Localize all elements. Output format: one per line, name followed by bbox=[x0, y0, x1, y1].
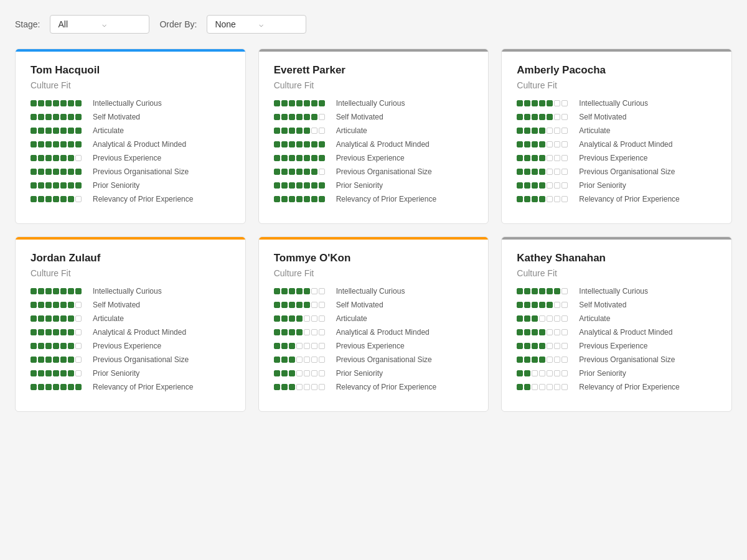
card-kathey-shanahan[interactable]: Kathey ShanahanCulture FitIntellectually… bbox=[501, 236, 732, 412]
bar-segment bbox=[45, 128, 52, 134]
bar-segment bbox=[517, 114, 523, 120]
bar-segment bbox=[524, 128, 530, 134]
bar-segment bbox=[60, 155, 67, 161]
bar-segment bbox=[311, 302, 317, 308]
bar-segment bbox=[319, 357, 325, 363]
bar-segment bbox=[53, 128, 59, 134]
bar-segment bbox=[274, 370, 280, 376]
bar-track bbox=[517, 182, 573, 189]
bar-segment bbox=[547, 343, 553, 349]
bar-track bbox=[31, 357, 87, 363]
bar-segment bbox=[31, 357, 37, 363]
toolbar: Stage: All ⌵ Order By: None ⌵ bbox=[15, 15, 732, 34]
order-by-select[interactable]: None ⌵ bbox=[207, 15, 306, 34]
bar-segment bbox=[53, 329, 59, 335]
metric-label: Previous Experience bbox=[579, 154, 647, 162]
bar-segment bbox=[281, 128, 288, 134]
bar-segment bbox=[75, 155, 82, 161]
bar-segment bbox=[304, 169, 310, 175]
metric-row: Previous Organisational Size bbox=[274, 167, 474, 176]
metric-row: Previous Organisational Size bbox=[517, 167, 716, 176]
bar-track bbox=[517, 384, 573, 390]
metric-row: Previous Organisational Size bbox=[274, 355, 474, 364]
bar-segment bbox=[532, 343, 538, 349]
bar-segment bbox=[38, 343, 44, 349]
bar-segment bbox=[60, 315, 67, 322]
metric-row: Articulate bbox=[517, 314, 716, 323]
bar-segment bbox=[53, 343, 59, 349]
metric-row: Articulate bbox=[274, 314, 474, 323]
metric-row: Analytical & Product Minded bbox=[31, 328, 230, 337]
metric-row: Relevancy of Prior Experience bbox=[517, 195, 716, 203]
bar-segment bbox=[296, 315, 303, 322]
metric-label: Analytical & Product Minded bbox=[336, 140, 430, 149]
metric-label: Previous Experience bbox=[93, 154, 161, 162]
bar-segment bbox=[75, 169, 82, 175]
metric-row: Analytical & Product Minded bbox=[31, 140, 230, 149]
metric-label: Relevancy of Prior Experience bbox=[336, 195, 436, 203]
bar-track bbox=[274, 100, 330, 106]
metric-row: Prior Seniority bbox=[517, 369, 716, 378]
bar-segment bbox=[53, 155, 59, 161]
bar-segment bbox=[53, 100, 59, 106]
bar-segment bbox=[532, 128, 538, 134]
card-everett-parker[interactable]: Everett ParkerCulture FitIntellectually … bbox=[258, 49, 489, 224]
bar-segment bbox=[539, 357, 545, 363]
bar-segment bbox=[561, 315, 568, 322]
bar-segment bbox=[53, 370, 59, 376]
bar-segment bbox=[45, 343, 52, 349]
metric-label: Previous Organisational Size bbox=[93, 355, 189, 364]
bar-track bbox=[274, 384, 330, 390]
metric-row: Self Motivated bbox=[517, 113, 716, 121]
bar-track bbox=[517, 302, 573, 308]
bar-segment bbox=[38, 100, 44, 106]
bar-segment bbox=[547, 141, 553, 147]
card-jordan-zulauf[interactable]: Jordan ZulaufCulture FitIntellectually C… bbox=[15, 236, 246, 412]
bar-segment bbox=[296, 302, 303, 308]
bar-track bbox=[31, 196, 87, 202]
bar-segment bbox=[60, 370, 67, 376]
bar-track bbox=[517, 329, 573, 335]
bar-segment bbox=[274, 169, 280, 175]
bar-segment bbox=[75, 315, 82, 322]
bar-segment bbox=[38, 302, 44, 308]
bar-segment bbox=[554, 196, 560, 202]
card-tom-hacquoil[interactable]: Tom HacquoilCulture FitIntellectually Cu… bbox=[15, 49, 246, 224]
bar-segment bbox=[319, 182, 325, 189]
bar-segment bbox=[524, 169, 530, 175]
bar-segment bbox=[31, 384, 37, 390]
bar-segment bbox=[274, 315, 280, 322]
metric-label: Intellectually Curious bbox=[93, 99, 162, 108]
bar-segment bbox=[289, 384, 295, 390]
bar-segment bbox=[274, 114, 280, 120]
bar-segment bbox=[524, 329, 530, 335]
bar-segment bbox=[296, 182, 303, 189]
bar-segment bbox=[75, 384, 82, 390]
bar-segment bbox=[319, 196, 325, 202]
bar-track bbox=[274, 288, 330, 294]
bar-segment bbox=[311, 315, 317, 322]
bar-segment bbox=[60, 196, 67, 202]
bar-segment bbox=[296, 370, 303, 376]
bar-segment bbox=[53, 384, 59, 390]
bar-segment bbox=[68, 114, 74, 120]
metric-row: Relevancy of Prior Experience bbox=[31, 383, 230, 391]
card-amberly-pacocha[interactable]: Amberly PacochaCulture FitIntellectually… bbox=[501, 49, 732, 224]
bar-segment bbox=[45, 141, 52, 147]
bar-segment bbox=[45, 357, 52, 363]
bar-track bbox=[274, 196, 330, 202]
stage-select[interactable]: All ⌵ bbox=[50, 15, 149, 34]
bar-segment bbox=[304, 182, 310, 189]
bar-segment bbox=[547, 100, 553, 106]
bar-segment bbox=[38, 329, 44, 335]
bar-segment bbox=[68, 155, 74, 161]
bar-segment bbox=[524, 357, 530, 363]
card-tommye-okon[interactable]: Tommye O'KonCulture FitIntellectually Cu… bbox=[258, 236, 489, 412]
bar-segment bbox=[60, 114, 67, 120]
bar-segment bbox=[547, 114, 553, 120]
bar-segment bbox=[274, 182, 280, 189]
metric-row: Prior Seniority bbox=[274, 181, 474, 190]
bar-segment bbox=[304, 329, 310, 335]
metric-row: Previous Experience bbox=[31, 154, 230, 162]
card-name-tom-hacquoil: Tom Hacquoil bbox=[31, 64, 230, 77]
